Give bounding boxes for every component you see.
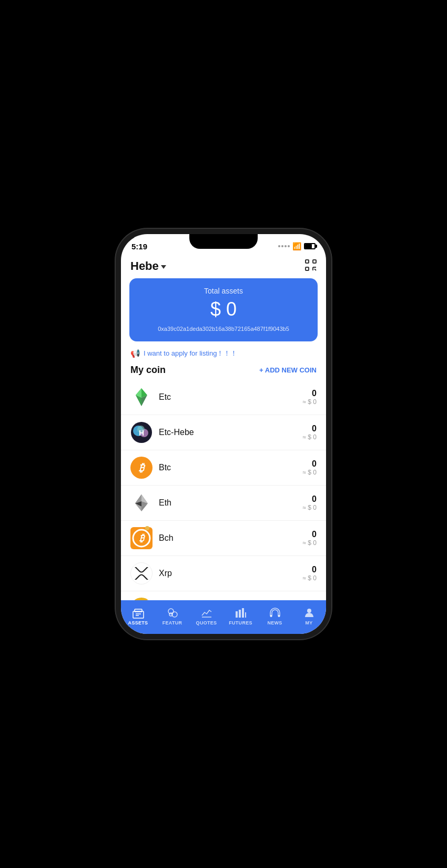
svg-rect-34 (236, 611, 238, 618)
coin-item-etc[interactable]: Etc 0 ≈ $ 0 (121, 380, 326, 415)
btc-name: Btc (159, 463, 302, 472)
svg-rect-38 (270, 615, 272, 617)
etc-hebe-name: Etc-Hebe (159, 428, 302, 437)
bch-icon-wrapper: ₿ (130, 527, 153, 549)
eth-coin-icon (130, 492, 153, 514)
total-assets-value: $ 0 (140, 298, 307, 320)
etc-hebe-amount: 0 (302, 424, 317, 433)
nav-news[interactable]: NEWS (258, 607, 292, 628)
svg-rect-2 (306, 267, 309, 270)
nav-futures[interactable]: FUTURES (224, 607, 258, 628)
btc-values: 0 ≈ $ 0 (302, 459, 317, 476)
etc-usd: ≈ $ 0 (302, 398, 317, 406)
svg-rect-26 (133, 611, 144, 618)
nav-featur-label: FEATUR (162, 620, 182, 625)
svg-rect-36 (242, 608, 244, 618)
bch-values: 0 ≈ $ 0 (302, 530, 317, 547)
coin-list: Etc 0 ≈ $ 0 H Etc-Hebe (121, 380, 326, 634)
wallet-selector[interactable]: Hebe (130, 259, 166, 273)
notch (189, 234, 258, 249)
scan-button[interactable] (305, 259, 317, 273)
xrp-values: 0 ≈ $ 0 (302, 565, 317, 582)
bch-coin-icon: ₿ (130, 527, 153, 549)
battery-icon (304, 243, 316, 249)
etc-values: 0 ≈ $ 0 (302, 389, 317, 406)
bottom-nav: ASSETS FEATUR QUOTES (121, 600, 326, 634)
eth-usd: ≈ $ 0 (302, 504, 317, 511)
listing-text: I want to apply for listing！！！ (144, 349, 237, 358)
svg-point-40 (307, 609, 311, 613)
xrp-name: Xrp (159, 569, 302, 578)
status-icons: 📶 (278, 242, 316, 250)
quotes-icon (201, 607, 212, 619)
coin-item-eth[interactable]: Eth 0 ≈ $ 0 (121, 486, 326, 521)
assets-icon (133, 607, 144, 619)
news-icon (269, 607, 281, 619)
nav-assets[interactable]: ASSETS (121, 607, 155, 628)
eth-amount: 0 (302, 494, 317, 504)
btc-symbol: ₿ (139, 462, 144, 474)
bch-name: Bch (159, 533, 302, 543)
total-assets-card: Total assets $ 0 0xa39c02a1deda302b16a38… (129, 278, 318, 341)
nav-futures-label: FUTURES (229, 620, 252, 625)
xrp-symbol-icon (134, 566, 149, 581)
btc-coin-icon: ₿ (130, 457, 153, 479)
nav-quotes[interactable]: QUOTES (189, 607, 224, 628)
listing-banner[interactable]: 📢 I want to apply for listing！！！ (121, 346, 326, 361)
etc-name: Etc (159, 392, 302, 402)
futures-icon (235, 607, 247, 619)
featur-icon (167, 607, 178, 619)
eth-name: Eth (159, 498, 302, 508)
nav-my[interactable]: MY (292, 607, 326, 628)
bch-usd: ≈ $ 0 (302, 539, 317, 547)
add-coin-button[interactable]: + ADD NEW COIN (259, 366, 317, 374)
eth-values: 0 ≈ $ 0 (302, 494, 317, 511)
etc-amount: 0 (302, 389, 317, 398)
etc-hebe-coin-icon: H (130, 421, 153, 443)
xrp-usd: ≈ $ 0 (302, 574, 317, 582)
total-assets-label: Total assets (140, 287, 307, 295)
svg-line-5 (314, 269, 316, 270)
svg-rect-0 (306, 260, 309, 263)
phone-frame: 5:19 📶 Hebe (121, 234, 326, 634)
signal-dots-icon (278, 245, 290, 247)
nav-news-label: NEWS (267, 620, 282, 625)
coin-item-btc[interactable]: ₿ Btc 0 ≈ $ 0 (121, 450, 326, 486)
app-header: Hebe (121, 255, 326, 276)
my-icon (303, 607, 315, 619)
coin-item-etc-hebe[interactable]: H Etc-Hebe 0 ≈ $ 0 (121, 415, 326, 450)
coin-list-header: My coin + ADD NEW COIN (121, 361, 326, 380)
coin-item-xrp[interactable]: Xrp 0 ≈ $ 0 (121, 556, 326, 591)
nav-my-label: MY (305, 620, 312, 625)
svg-rect-27 (135, 609, 142, 612)
xrp-coin-icon (130, 562, 153, 584)
bch-dot-indicator (145, 526, 149, 530)
svg-rect-39 (278, 615, 280, 617)
bch-amount: 0 (302, 530, 317, 539)
megaphone-icon: 📢 (130, 349, 140, 358)
wifi-icon: 📶 (292, 242, 301, 250)
xrp-amount: 0 (302, 565, 317, 574)
btc-amount: 0 (302, 459, 317, 469)
etc-hebe-usd: ≈ $ 0 (302, 433, 317, 441)
svg-rect-35 (239, 610, 241, 618)
app-content: Hebe Total assets $ 0 0xa39c02a1deda302b… (121, 255, 326, 634)
nav-featur[interactable]: FEATUR (155, 607, 189, 628)
etc-hebe-values: 0 ≈ $ 0 (302, 424, 317, 441)
wallet-name: Hebe (130, 259, 159, 273)
nav-quotes-label: QUOTES (196, 620, 217, 625)
my-coin-label: My coin (130, 365, 166, 376)
coin-item-bch[interactable]: ₿ Bch 0 ≈ $ 0 (121, 521, 326, 556)
svg-rect-37 (245, 612, 246, 618)
etc-coin-icon (130, 386, 153, 408)
status-time: 5:19 (131, 242, 147, 251)
chevron-down-icon (161, 265, 166, 269)
wallet-address[interactable]: 0xa39c02a1deda302b16a38b72165a487f1f9043… (140, 326, 307, 332)
nav-assets-label: ASSETS (128, 620, 148, 625)
svg-rect-1 (313, 260, 316, 263)
svg-text:H: H (139, 429, 144, 437)
scan-icon (305, 259, 317, 271)
btc-usd: ≈ $ 0 (302, 469, 317, 476)
